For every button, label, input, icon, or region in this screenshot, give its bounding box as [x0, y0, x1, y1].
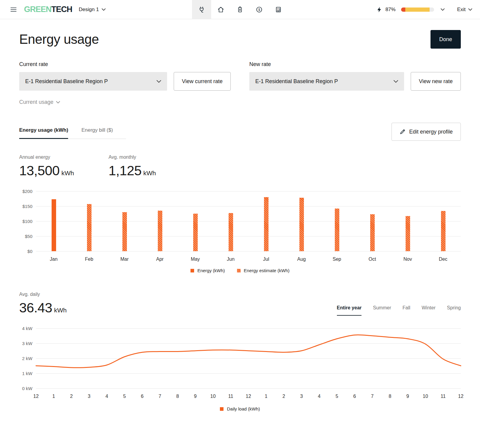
new-rate-dropdown[interactable]: E-1 Residential Baseline Region P	[249, 72, 404, 91]
bar-slot	[355, 191, 390, 251]
current-rate-label: Current rate	[19, 61, 231, 68]
plug-icon	[198, 6, 205, 13]
x-axis-label: 6	[141, 394, 144, 399]
battery-charge-bar	[401, 8, 434, 12]
monthly-energy-stat: Avg. monthly 1,125kWh	[109, 155, 156, 179]
tool-bill[interactable]: 1$	[269, 0, 288, 19]
tool-battery[interactable]	[230, 0, 250, 19]
season-tab-winter[interactable]: Winter	[422, 305, 436, 316]
app-logo: GREENTECH	[24, 5, 72, 14]
menu-button[interactable]	[8, 5, 19, 14]
bar-slot	[107, 191, 142, 251]
monthly-energy-label: Avg. monthly	[109, 155, 156, 160]
season-tab-spring[interactable]: Spring	[447, 305, 461, 316]
view-new-rate-button[interactable]: View new rate	[411, 72, 461, 91]
new-rate-label: New rate	[249, 61, 461, 68]
current-rate-dropdown[interactable]: E-1 Residential Baseline Region P	[19, 72, 167, 91]
legend-swatch	[237, 269, 241, 272]
x-axis-label: 4	[106, 394, 108, 399]
y-tick-label: 1 kW	[22, 371, 32, 376]
design-selector[interactable]: Design 1	[79, 7, 106, 13]
x-axis-label: 8	[176, 394, 179, 399]
season-tab-summer[interactable]: Summer	[373, 305, 391, 316]
main-content: Energy usage Done Current rate E-1 Resid…	[0, 30, 480, 426]
season-tab-fall[interactable]: Fall	[403, 305, 410, 316]
bar-slot	[178, 191, 213, 251]
hamburger-icon	[10, 7, 17, 12]
tool-home[interactable]	[211, 0, 230, 19]
bar-jun	[229, 213, 233, 251]
annual-energy-value: 13,500	[19, 163, 60, 178]
bar-chart-plot	[36, 191, 461, 251]
monthly-energy-bar-chart: $200$150$100$50$0 JanFebMarAprMayJunJulA…	[19, 191, 461, 273]
bar-dec	[441, 211, 446, 251]
chevron-down-icon	[394, 80, 398, 83]
lightning-icon	[376, 7, 382, 13]
x-axis-label: Oct	[355, 257, 390, 262]
battery-status-area: 87% Exit	[376, 7, 472, 13]
battery-charge-segment	[401, 8, 405, 12]
tool-rates[interactable]: $	[250, 0, 269, 19]
current-usage-toggle[interactable]: Current usage	[19, 99, 60, 105]
done-button[interactable]: Done	[430, 30, 461, 49]
gridline	[36, 251, 461, 251]
y-tick-label: $0	[27, 249, 32, 254]
x-axis-label: Sep	[319, 257, 355, 262]
design-selector-label: Design 1	[79, 7, 99, 13]
chart-tabs: Energy usage (kWh) Energy bill ($)	[19, 125, 126, 139]
battery-dropdown-button[interactable]	[439, 7, 446, 13]
gridline	[36, 388, 461, 389]
bar-apr	[158, 211, 162, 251]
line-chart-y-axis: 4 kW3 kW2 kW1 kW0 kW	[19, 328, 36, 388]
tab-energy-bill[interactable]: Energy bill ($)	[81, 125, 113, 139]
legend-item: Daily load (kWh)	[220, 406, 260, 411]
view-current-rate-button[interactable]: View current rate	[174, 72, 231, 91]
svg-text:1$: 1$	[277, 8, 280, 11]
x-axis-label: 5	[123, 394, 126, 399]
bar-slot	[36, 191, 71, 251]
battery-percent: 87%	[386, 7, 396, 13]
line-chart-legend: Daily load (kWh)	[19, 406, 461, 411]
edit-energy-profile-button[interactable]: Edit energy profile	[392, 123, 461, 141]
bar-slot	[284, 191, 319, 251]
x-axis-label: Jul	[248, 257, 284, 262]
current-usage-label: Current usage	[19, 99, 53, 105]
bar-aug	[299, 198, 304, 251]
top-bar: GREENTECH Design 1 $ 1$ 87% Exit	[0, 0, 480, 19]
page-title: Energy usage	[19, 32, 99, 47]
tool-energy-usage[interactable]	[192, 0, 211, 19]
x-axis-label: 2	[70, 394, 73, 399]
season-tab-entire-year[interactable]: Entire year	[337, 305, 362, 316]
bar-chart-bars	[36, 191, 461, 251]
bar-sep	[335, 209, 339, 251]
bar-jan	[52, 199, 56, 251]
daily-load-line-path	[36, 335, 461, 368]
bar-slot	[142, 191, 178, 251]
annual-energy-unit: kWh	[62, 170, 74, 176]
dollar-circle-icon: $	[256, 6, 263, 13]
chevron-down-icon	[56, 101, 60, 104]
energy-stats: Annual energy 13,500kWh Avg. monthly 1,1…	[19, 155, 461, 179]
x-axis-label: Apr	[142, 257, 178, 262]
daily-load-line-chart: 4 kW3 kW2 kW1 kW0 kW 1212345678910111212…	[19, 328, 461, 411]
x-axis-label: Feb	[71, 257, 107, 262]
x-axis-label: 7	[371, 394, 374, 399]
x-axis-label: Nov	[390, 257, 425, 262]
y-tick-label: 3 kW	[22, 341, 32, 346]
y-tick-label: 0 kW	[22, 386, 32, 391]
bar-slot	[213, 191, 248, 251]
exit-button[interactable]: Exit	[457, 7, 472, 13]
monthly-energy-value: 1,125	[109, 163, 142, 178]
chevron-down-icon	[468, 8, 472, 11]
tab-energy-usage[interactable]: Energy usage (kWh)	[19, 125, 68, 139]
x-axis-label: 2	[283, 394, 285, 399]
x-axis-label: May	[178, 257, 213, 262]
daily-energy-label: Avg. daily	[19, 292, 67, 297]
current-rate-value: E-1 Residential Baseline Region P	[25, 78, 108, 85]
x-axis-label: 11	[441, 394, 446, 399]
bar-slot	[425, 191, 461, 251]
chevron-down-icon	[102, 8, 106, 11]
x-axis-label: Mar	[107, 257, 142, 262]
legend-swatch	[220, 407, 224, 411]
x-axis-label: 4	[318, 394, 321, 399]
